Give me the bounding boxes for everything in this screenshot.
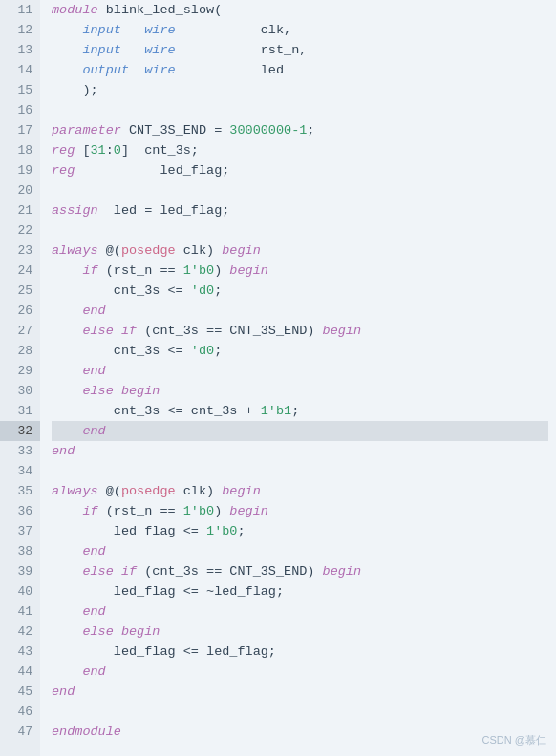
- code-editor: 1112131415161718192021222324252627282930…: [0, 0, 556, 756]
- token-plain: clk,: [261, 23, 291, 37]
- line-number: 35: [0, 481, 40, 501]
- token-kw-purple: begin: [222, 484, 261, 498]
- token-num-green: 1'b1: [261, 404, 291, 418]
- token-kw-purple: assign: [52, 203, 98, 218]
- token-plain: :: [106, 143, 114, 158]
- token-plain: blink_led_slow(: [106, 3, 223, 17]
- line-number: 36: [0, 501, 40, 521]
- token-kw-purple: if: [82, 263, 97, 278]
- code-line: [52, 220, 548, 241]
- line-number: 28: [0, 341, 40, 361]
- line-number: 25: [0, 281, 40, 301]
- line-number: 32: [0, 421, 40, 441]
- line-number: 18: [0, 140, 40, 160]
- token-kw-purple: end: [82, 424, 105, 438]
- token-kw-purple: end: [82, 304, 105, 318]
- code-line: led_flag <= 1'b0;: [52, 521, 548, 541]
- token-num-green: 31: [91, 143, 106, 158]
- token-plain: (cnt_3s == CNT_3S_END): [137, 324, 322, 338]
- code-content[interactable]: module blink_led_slow( input wire clk, i…: [40, 0, 556, 756]
- code-line: [52, 461, 548, 481]
- token-kw-pink: posedge: [121, 484, 176, 498]
- line-number: 44: [0, 662, 40, 682]
- line-number: 40: [0, 581, 40, 601]
- token-kw-purple: always: [52, 243, 98, 258]
- token-plain: [52, 324, 82, 338]
- token-kw-purple: if: [82, 504, 97, 518]
- token-plain: CNT_3S_END =: [121, 123, 229, 137]
- token-kw-purple: else if: [82, 564, 137, 578]
- token-plain: cnt_3s <=: [52, 344, 191, 358]
- token-plain: ): [214, 263, 229, 278]
- code-line: module blink_led_slow(: [52, 0, 548, 20]
- token-plain: led_flag <= ~led_flag;: [52, 584, 284, 598]
- line-number-gutter: 1112131415161718192021222324252627282930…: [0, 0, 40, 756]
- token-kw-blue: wire: [144, 43, 175, 57]
- code-line: parameter CNT_3S_END = 30000000-1;: [52, 120, 548, 140]
- code-line: end: [52, 601, 548, 621]
- code-line: end: [52, 441, 548, 461]
- line-number: 43: [0, 641, 40, 662]
- code-line: else if (cnt_3s == CNT_3S_END) begin: [52, 561, 548, 581]
- token-plain: [52, 624, 82, 639]
- token-plain: [129, 63, 144, 77]
- token-num-green: 1'b0: [183, 504, 214, 518]
- line-number: 34: [0, 461, 40, 481]
- line-number: 11: [0, 0, 40, 20]
- token-kw-blue: wire: [144, 63, 175, 77]
- token-plain: [52, 304, 82, 318]
- code-line: reg led_flag;: [52, 160, 548, 180]
- token-plain: [52, 504, 82, 518]
- line-number: 13: [0, 40, 40, 60]
- code-line: [52, 702, 548, 722]
- token-kw-purple: begin: [323, 564, 362, 578]
- watermark-text: CSDN @慕仁: [482, 730, 546, 750]
- code-line: always @(posedge clk) begin: [52, 241, 548, 261]
- line-number: 23: [0, 241, 40, 261]
- token-plain: [52, 424, 82, 438]
- token-plain: [52, 544, 82, 558]
- line-number: 33: [0, 441, 40, 461]
- code-line: cnt_3s <= 'd0;: [52, 281, 548, 301]
- token-plain: [176, 23, 261, 37]
- token-plain: [52, 43, 82, 57]
- token-kw-purple: always: [52, 484, 98, 498]
- token-kw-purple: end: [52, 444, 75, 458]
- token-plain: [176, 43, 261, 57]
- line-number: 45: [0, 682, 40, 702]
- code-line: cnt_3s <= cnt_3s + 1'b1;: [52, 401, 548, 421]
- token-plain: [52, 384, 82, 398]
- token-plain: led = led_flag;: [98, 203, 230, 218]
- token-plain: [121, 43, 144, 57]
- token-plain: ): [214, 504, 229, 518]
- code-line: [52, 100, 548, 120]
- token-kw-purple: parameter: [52, 123, 121, 137]
- code-line: input wire rst_n,: [52, 40, 548, 60]
- token-kw-purple: module: [52, 3, 106, 17]
- line-number: 29: [0, 361, 40, 381]
- line-number: 27: [0, 321, 40, 341]
- line-number: 16: [0, 100, 40, 120]
- token-plain: ;: [307, 123, 314, 137]
- token-plain: [52, 263, 82, 278]
- line-number: 31: [0, 401, 40, 421]
- code-line: end: [52, 662, 548, 682]
- token-plain: [52, 364, 82, 378]
- code-line: assign led = led_flag;: [52, 200, 548, 220]
- token-kw-purple: end: [82, 604, 105, 619]
- token-plain: rst_n,: [261, 43, 308, 57]
- token-plain: (rst_n ==: [98, 263, 183, 278]
- token-plain: @(: [98, 243, 121, 258]
- token-kw-purple: begin: [229, 504, 268, 518]
- token-kw-purple: reg: [52, 143, 75, 158]
- token-plain: [52, 564, 82, 578]
- token-plain: cnt_3s <= cnt_3s +: [52, 404, 261, 418]
- token-kw-purple: end: [82, 544, 105, 558]
- token-num-green: 30000000-1: [229, 123, 307, 137]
- line-number: 30: [0, 381, 40, 401]
- code-line: else if (cnt_3s == CNT_3S_END) begin: [52, 321, 548, 341]
- line-number: 21: [0, 200, 40, 220]
- token-plain: ;: [237, 524, 245, 538]
- token-plain: led_flag <= led_flag;: [52, 644, 276, 659]
- line-number: 37: [0, 521, 40, 541]
